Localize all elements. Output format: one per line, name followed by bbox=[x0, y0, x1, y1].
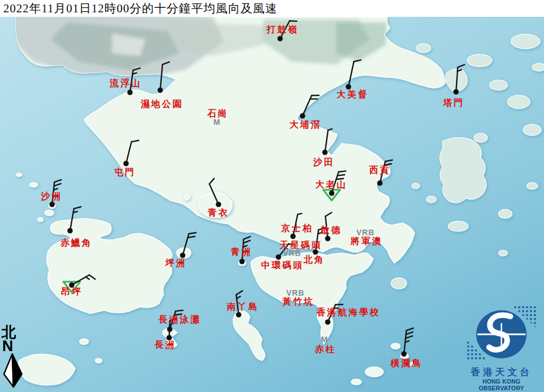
map-title: 2022年11月01日12時00分的十分鐘平均風向及風速 bbox=[0, 1, 277, 16]
station-dot bbox=[49, 202, 55, 207]
hko-logo-icon bbox=[463, 306, 540, 365]
station-dot bbox=[329, 190, 334, 196]
station-dot bbox=[127, 90, 133, 95]
station-dot bbox=[157, 87, 163, 93]
station-dot bbox=[236, 312, 241, 318]
hko-name-zh: 香港天文台 bbox=[462, 367, 541, 378]
station-dot bbox=[69, 282, 75, 288]
station-dot bbox=[216, 202, 221, 207]
wind-map-page: 2022年11月01日12時00分的十分鐘平均風向及風速 流浮山濕地公園打鼓嶺大… bbox=[0, 0, 544, 392]
north-arrow-icon bbox=[2, 353, 25, 389]
station-dot bbox=[313, 249, 318, 255]
station-dot bbox=[239, 259, 245, 264]
station-dot bbox=[123, 161, 129, 166]
station-dot bbox=[401, 351, 407, 357]
station-dot bbox=[377, 180, 383, 186]
title-bar: 2022年11月01日12時00分的十分鐘平均風向及風速 bbox=[0, 0, 544, 17]
hko-name-en: HONG KONG OBSERVATORY bbox=[462, 378, 541, 392]
station-dot bbox=[325, 319, 331, 325]
station-dot bbox=[300, 113, 305, 119]
hko-logo: 香港天文台 HONG KONG OBSERVATORY bbox=[462, 306, 541, 392]
station-dot bbox=[325, 236, 331, 241]
station-dot bbox=[346, 84, 351, 90]
station-dot bbox=[166, 335, 172, 340]
compass-north-en: N bbox=[2, 340, 25, 353]
station-dot bbox=[277, 36, 283, 41]
station-dot bbox=[276, 254, 281, 260]
station-dot bbox=[453, 89, 459, 95]
station-dot bbox=[290, 234, 296, 239]
station-dot bbox=[180, 253, 185, 258]
station-dot bbox=[67, 228, 73, 234]
station-dot bbox=[322, 150, 328, 155]
compass: 北 N bbox=[2, 325, 25, 391]
